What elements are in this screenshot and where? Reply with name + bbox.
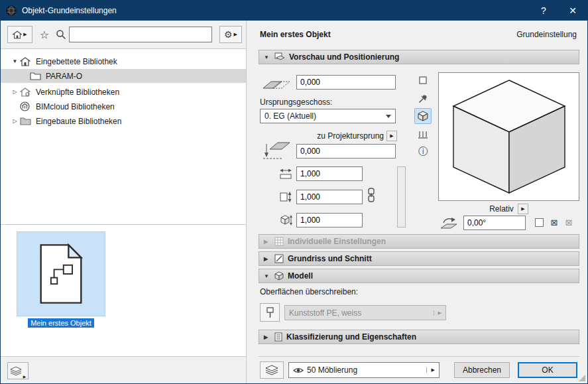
mirror-checkbox[interactable] bbox=[535, 218, 544, 227]
cube-preview-image bbox=[445, 78, 573, 196]
library-manager-button[interactable]: ▶ bbox=[7, 362, 29, 379]
tree-item-builtin-libraries[interactable]: ▷ Eingebaute Bibliotheken bbox=[1, 114, 246, 128]
section-collapsed-icon: ▶ bbox=[264, 239, 270, 245]
tree-item-embedded-library[interactable]: ▼ Eingebettete Bibliothek bbox=[1, 54, 246, 68]
size-y-icon bbox=[279, 191, 292, 205]
relative-label: Relativ bbox=[489, 204, 514, 214]
section-model[interactable]: ▼ Modell bbox=[259, 269, 579, 283]
layers-icon bbox=[10, 366, 22, 376]
section-collapsed-icon: ▶ bbox=[264, 334, 270, 340]
origin-story-label: Ursprungsgeschoss: bbox=[260, 97, 332, 107]
object-3d-preview[interactable] bbox=[438, 72, 579, 201]
layers-icon bbox=[265, 365, 278, 375]
chevron-right-icon: ▶ bbox=[23, 32, 27, 37]
relative-popup-button[interactable]: ▶ bbox=[518, 204, 528, 214]
linked-library-icon bbox=[20, 88, 32, 97]
eye-icon bbox=[293, 367, 304, 374]
symbol-2d-view-icon[interactable] bbox=[414, 72, 432, 88]
individual-settings-icon bbox=[274, 237, 284, 246]
origin-offset-field[interactable] bbox=[296, 144, 396, 159]
embedded-library-icon bbox=[20, 57, 32, 66]
ok-button[interactable]: OK bbox=[518, 362, 577, 378]
dimension-link-bar[interactable] bbox=[397, 166, 406, 227]
window-title: Objekt-Grundeinstellungen bbox=[22, 6, 117, 15]
layer-settings-button[interactable] bbox=[260, 361, 284, 379]
object-thumbnail-caption: Mein erstes Objekt bbox=[17, 318, 105, 328]
surface-override-label: Oberflächen überschreiben: bbox=[260, 287, 358, 296]
rotation-angle-icon bbox=[440, 217, 458, 232]
surface-value: Kunststoff PE, weiss bbox=[289, 308, 361, 318]
layer-select[interactable]: 50 Möblierung ▶ bbox=[288, 362, 440, 378]
size-y-field[interactable] bbox=[296, 190, 363, 204]
chevron-right-icon: ▶ bbox=[234, 32, 237, 37]
param-o-object-icon bbox=[37, 243, 85, 304]
expand-arrow-icon[interactable]: ▼ bbox=[10, 58, 20, 64]
to-project-origin-label[interactable]: zu Projektursprung bbox=[260, 131, 384, 141]
bimcloud-icon bbox=[20, 101, 32, 111]
gear-icon: ⚙ bbox=[224, 29, 233, 40]
size-x-field[interactable] bbox=[296, 166, 363, 181]
tree-item-label: Verknüpfte Bibliotheken bbox=[36, 88, 119, 97]
titlebar: Objekt-Grundeinstellungen bbox=[1, 1, 587, 21]
surface-paddle-icon bbox=[265, 307, 274, 318]
size-z-field[interactable] bbox=[296, 213, 363, 227]
object-thumbnail-label[interactable]: Mein erstes Objekt bbox=[28, 318, 94, 328]
tree-item-label: Eingebaute Bibliotheken bbox=[36, 117, 121, 126]
rotation-angle-field[interactable] bbox=[463, 216, 526, 230]
tree-item-bimcloud-libraries[interactable]: BIMcloud Bibliotheken bbox=[1, 99, 246, 113]
model-3d-view-icon[interactable] bbox=[414, 108, 432, 124]
section-classification[interactable]: ▶ Klassifizierung und Eigenschaften bbox=[259, 330, 579, 344]
object-thumbnail[interactable] bbox=[17, 231, 105, 316]
surface-override-toggle-button[interactable] bbox=[260, 303, 280, 322]
section-preview-positioning[interactable]: ▼ Vorschau und Positionierung bbox=[259, 50, 579, 64]
resize-grip[interactable] bbox=[579, 375, 585, 381]
layer-value: 50 Möblierung bbox=[307, 365, 357, 375]
panel-divider bbox=[246, 21, 247, 384]
model-icon bbox=[274, 271, 284, 281]
tree-item-label: Eingebettete Bibliothek bbox=[36, 57, 117, 66]
section-view-icon[interactable] bbox=[414, 127, 432, 143]
collapse-arrow-icon[interactable]: ▷ bbox=[10, 118, 20, 124]
tree-item-param-o[interactable]: PARAM-O bbox=[1, 69, 246, 83]
help-button[interactable]: ? bbox=[529, 1, 558, 21]
chevron-corner-icon: ▶ bbox=[23, 374, 27, 379]
object-settings-dialog: Objekt-Grundeinstellungen ? ✕ ▶ ☆ ⚙ ▶ ▼ … bbox=[0, 0, 588, 384]
collapse-arrow-icon[interactable]: ▷ bbox=[10, 89, 20, 95]
chain-link-icon[interactable] bbox=[367, 188, 376, 204]
close-button[interactable]: ✕ bbox=[558, 1, 587, 21]
tree-item-label: BIMcloud Bibliotheken bbox=[36, 102, 115, 111]
info-icon[interactable]: ⓘ bbox=[414, 144, 432, 160]
cancel-button[interactable]: Abbrechen bbox=[454, 362, 510, 378]
section-expanded-icon: ▼ bbox=[264, 54, 270, 60]
favorites-star-icon[interactable]: ☆ bbox=[37, 27, 52, 42]
library-home-icon bbox=[13, 31, 22, 39]
relative-mode-row: Relativ ▶ bbox=[438, 204, 579, 214]
classification-icon bbox=[274, 332, 282, 342]
section-title: Individuelle Einstellungen bbox=[288, 237, 386, 246]
mirror-state-icon[interactable]: ⊠ bbox=[549, 217, 559, 227]
size-x-icon bbox=[279, 168, 292, 182]
section-title: Modell bbox=[288, 271, 313, 281]
section-floorplan-section[interactable]: ▶ Grundriss und Schnitt bbox=[259, 251, 579, 266]
origin-story-value: 0. EG (Aktuell) bbox=[265, 111, 316, 121]
tree-item-label: PARAM-O bbox=[46, 72, 82, 81]
section-expanded-icon: ▼ bbox=[264, 273, 270, 279]
mirror-alt-state-icon[interactable]: ⊠ bbox=[563, 217, 574, 227]
pin-view-icon[interactable] bbox=[414, 91, 432, 107]
section-title: Vorschau und Positionierung bbox=[289, 52, 399, 62]
search-input[interactable] bbox=[69, 27, 212, 42]
preview-positioning-icon bbox=[274, 52, 285, 62]
section-collapsed-icon: ▶ bbox=[264, 256, 270, 262]
search-icon[interactable] bbox=[54, 27, 68, 42]
settings-gear-button[interactable]: ⚙ ▶ bbox=[219, 26, 242, 43]
tree-item-linked-libraries[interactable]: ▷ Verknüpfte Bibliotheken bbox=[1, 85, 246, 99]
section-title: Grundriss und Schnitt bbox=[288, 254, 372, 263]
project-origin-popup-button[interactable]: ▶ bbox=[386, 131, 397, 141]
folder-icon bbox=[30, 72, 42, 80]
floorplan-icon bbox=[274, 254, 284, 263]
origin-story-select[interactable]: 0. EG (Aktuell) bbox=[260, 109, 396, 123]
story-elevation-field[interactable] bbox=[296, 75, 396, 90]
size-z-icon bbox=[279, 214, 292, 228]
library-view-toggle-button[interactable]: ▶ bbox=[7, 26, 32, 43]
popup-arrow-icon: ▶ bbox=[434, 310, 441, 316]
